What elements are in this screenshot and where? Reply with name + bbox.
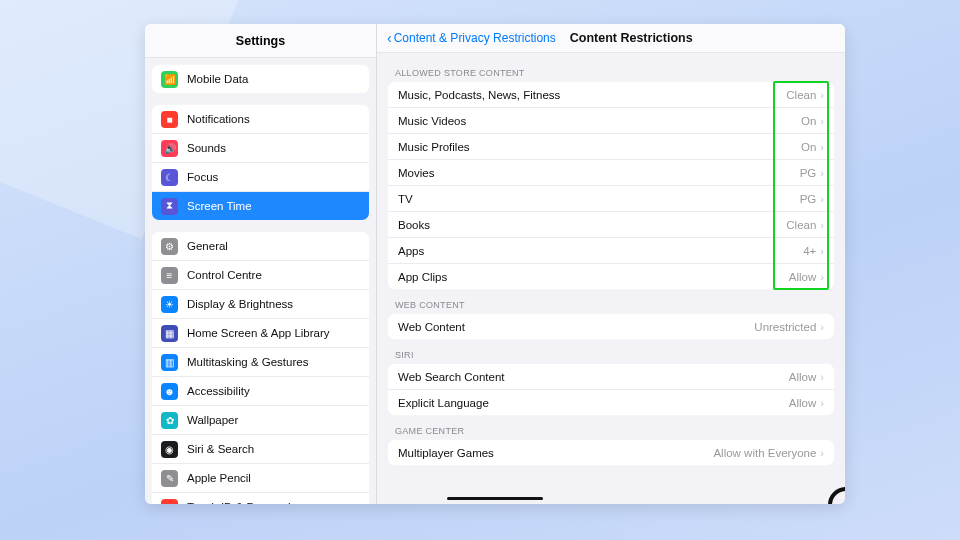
setting-row-books[interactable]: BooksClean › (388, 211, 834, 237)
setting-label: Explicit Language (398, 397, 489, 409)
setting-value: PG › (800, 167, 824, 179)
section-web-content: Web ContentUnrestricted › (387, 313, 835, 340)
chevron-right-icon: › (820, 321, 824, 333)
speaker-icon: 🔊 (161, 140, 178, 157)
setting-value: On › (801, 141, 824, 153)
sidebar-item-label: Display & Brightness (187, 298, 293, 310)
chevron-right-icon: › (820, 167, 824, 179)
chevron-right-icon: › (820, 193, 824, 205)
setting-row-tv[interactable]: TVPG › (388, 185, 834, 211)
setting-value: Unrestricted › (754, 321, 824, 333)
sidebar-item-sounds[interactable]: 🔊Sounds (152, 133, 369, 162)
antenna-icon: 📶 (161, 71, 178, 88)
back-button[interactable]: ‹ Content & Privacy Restrictions (387, 31, 556, 45)
detail-pane: ‹ Content & Privacy Restrictions Content… (377, 24, 845, 504)
fingerprint-icon: ◉ (161, 499, 178, 505)
chevron-right-icon: › (820, 371, 824, 383)
setting-row-explicit-language[interactable]: Explicit LanguageAllow › (388, 389, 834, 415)
sidebar-group-notifications: ■Notifications🔊Sounds☾Focus⧗Screen Time (151, 104, 370, 221)
setting-row-music-videos[interactable]: Music VideosOn › (388, 107, 834, 133)
sidebar-item-label: Apple Pencil (187, 472, 251, 484)
setting-label: TV (398, 193, 413, 205)
settings-sidebar: Settings 📶 Mobile Data ■Notifications🔊So… (145, 24, 377, 504)
gear-icon: ⚙ (161, 238, 178, 255)
sidebar-item-apple-pencil[interactable]: ✎Apple Pencil (152, 463, 369, 492)
section-header-web-content: WEB CONTENT (387, 290, 835, 313)
setting-value: Allow › (789, 397, 824, 409)
settings-window: Settings 📶 Mobile Data ■Notifications🔊So… (145, 24, 845, 504)
setting-label: Music, Podcasts, News, Fitness (398, 89, 560, 101)
setting-label: Movies (398, 167, 434, 179)
switches-icon: ≡ (161, 267, 178, 284)
grid-icon: ▦ (161, 325, 178, 342)
sun-icon: ☀ (161, 296, 178, 313)
sidebar-group-mobile: 📶 Mobile Data (151, 64, 370, 94)
sidebar-item-accessibility[interactable]: ☻Accessibility (152, 376, 369, 405)
sidebar-scroll[interactable]: 📶 Mobile Data ■Notifications🔊Sounds☾Focu… (145, 58, 376, 504)
sidebar-item-screen-time[interactable]: ⧗Screen Time (152, 191, 369, 220)
sidebar-item-label: Home Screen & App Library (187, 327, 330, 339)
setting-value: Allow › (789, 271, 824, 283)
flower-icon: ✿ (161, 412, 178, 429)
setting-label: Apps (398, 245, 424, 257)
setting-value: On › (801, 115, 824, 127)
bell-icon: ■ (161, 111, 178, 128)
sidebar-item-label: Wallpaper (187, 414, 238, 426)
sidebar-item-home-screen-app-library[interactable]: ▦Home Screen & App Library (152, 318, 369, 347)
siri-icon: ◉ (161, 441, 178, 458)
setting-row-web-content[interactable]: Web ContentUnrestricted › (388, 314, 834, 339)
setting-row-multiplayer-games[interactable]: Multiplayer GamesAllow with Everyone › (388, 440, 834, 465)
sidebar-item-control-centre[interactable]: ≡Control Centre (152, 260, 369, 289)
chevron-right-icon: › (820, 141, 824, 153)
home-indicator (447, 497, 543, 500)
page-title: Content Restrictions (570, 31, 693, 45)
person-icon: ☻ (161, 383, 178, 400)
sidebar-item-general[interactable]: ⚙General (152, 232, 369, 260)
sidebar-item-wallpaper[interactable]: ✿Wallpaper (152, 405, 369, 434)
hourglass-icon: ⧗ (161, 198, 178, 215)
section-header-siri: SIRI (387, 340, 835, 363)
setting-value: PG › (800, 193, 824, 205)
sidebar-item-label: Screen Time (187, 200, 252, 212)
detail-scroll[interactable]: ALLOWED STORE CONTENT Music, Podcasts, N… (377, 53, 845, 504)
split-icon: ▥ (161, 354, 178, 371)
detail-header: ‹ Content & Privacy Restrictions Content… (377, 24, 845, 53)
moon-icon: ☾ (161, 169, 178, 186)
setting-row-app-clips[interactable]: App ClipsAllow › (388, 263, 834, 289)
chevron-right-icon: › (820, 89, 824, 101)
sidebar-item-focus[interactable]: ☾Focus (152, 162, 369, 191)
section-allowed-store: Music, Podcasts, News, FitnessClean ›Mus… (387, 81, 835, 290)
sidebar-item-siri-search[interactable]: ◉Siri & Search (152, 434, 369, 463)
sidebar-item-display-brightness[interactable]: ☀Display & Brightness (152, 289, 369, 318)
setting-value: 4+ › (803, 245, 824, 257)
chevron-right-icon: › (820, 115, 824, 127)
sidebar-item-label: Control Centre (187, 269, 262, 281)
sidebar-item-multitasking-gestures[interactable]: ▥Multitasking & Gestures (152, 347, 369, 376)
setting-row-movies[interactable]: MoviesPG › (388, 159, 834, 185)
setting-label: Books (398, 219, 430, 231)
sidebar-item-label: Focus (187, 171, 218, 183)
setting-row-music-podcasts-news-fitness[interactable]: Music, Podcasts, News, FitnessClean › (388, 82, 834, 107)
setting-value: Allow with Everyone › (713, 447, 824, 459)
setting-label: Multiplayer Games (398, 447, 494, 459)
setting-label: Web Content (398, 321, 465, 333)
sidebar-item-label: Sounds (187, 142, 226, 154)
sidebar-item-label: Mobile Data (187, 73, 248, 85)
setting-row-music-profiles[interactable]: Music ProfilesOn › (388, 133, 834, 159)
setting-row-apps[interactable]: Apps4+ › (388, 237, 834, 263)
setting-row-web-search-content[interactable]: Web Search ContentAllow › (388, 364, 834, 389)
chevron-right-icon: › (820, 397, 824, 409)
chevron-right-icon: › (820, 447, 824, 459)
sidebar-item-mobile-data[interactable]: 📶 Mobile Data (152, 65, 369, 93)
setting-label: Web Search Content (398, 371, 505, 383)
pencil-icon: ✎ (161, 470, 178, 487)
section-siri: Web Search ContentAllow ›Explicit Langua… (387, 363, 835, 416)
sidebar-group-general: ⚙General≡Control Centre☀Display & Bright… (151, 231, 370, 504)
sidebar-item-notifications[interactable]: ■Notifications (152, 105, 369, 133)
sidebar-item-label: Touch ID & Passcode (187, 501, 297, 504)
sidebar-item-touch-id-passcode[interactable]: ◉Touch ID & Passcode (152, 492, 369, 504)
sidebar-item-label: Siri & Search (187, 443, 254, 455)
sidebar-item-label: General (187, 240, 228, 252)
back-label: Content & Privacy Restrictions (394, 31, 556, 45)
setting-label: Music Videos (398, 115, 466, 127)
